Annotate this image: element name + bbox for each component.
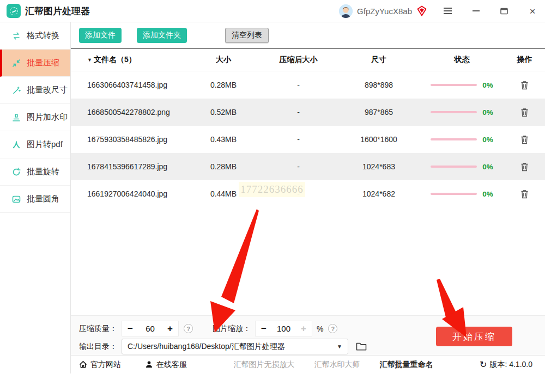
file-size: 0.52MB: [188, 108, 259, 117]
table-row[interactable]: 1663066403741458.jpg 0.28MB - 898*898 0%: [71, 71, 545, 99]
file-name: 1663066403741458.jpg: [71, 81, 188, 89]
close-icon: ×: [529, 6, 535, 16]
menu-button[interactable]: [443, 6, 452, 16]
dropdown-arrow-icon: ▼: [337, 344, 342, 350]
delete-row-button[interactable]: [519, 161, 530, 173]
app-logo-icon: [7, 4, 21, 18]
file-dimensions: 1024*683: [338, 162, 420, 171]
sidebar-item-batch-resize[interactable]: 批量改尺寸: [0, 77, 70, 104]
scale-stepper: − 100 +: [255, 321, 312, 336]
progress-percent: 0%: [482, 190, 493, 198]
quality-minus-button[interactable]: −: [128, 324, 133, 333]
toolbar: 添加文件 添加文件夹 清空列表: [71, 22, 545, 49]
file-size: 0.28MB: [188, 81, 259, 89]
header-compressed-size: 压缩后大小: [259, 55, 338, 65]
scale-minus-button[interactable]: −: [261, 324, 267, 333]
quality-plus-button[interactable]: +: [167, 324, 173, 333]
delete-row-button[interactable]: [519, 107, 530, 118]
table-row[interactable]: 1678415396617289.jpg 0.28MB - 1024*683 0…: [71, 153, 545, 180]
maximize-button[interactable]: [499, 6, 509, 16]
official-website-link[interactable]: 官方网站: [79, 360, 121, 370]
sidebar-item-label: 批量改尺寸: [27, 85, 68, 95]
home-icon: [79, 360, 87, 369]
batch-compress-icon: [11, 58, 21, 68]
footer-link-lossless-enlarge[interactable]: 汇帮图片无损放大: [234, 360, 295, 370]
quality-value[interactable]: 60: [146, 324, 155, 333]
table-row[interactable]: 1661927006424040.jpg 0.44MB - 1024*682 0…: [71, 180, 545, 207]
quality-label: 压缩质量：: [79, 324, 117, 334]
progress-percent: 0%: [482, 163, 493, 171]
footer-bar: 官方网站 在线客服 汇帮图片无损放大 汇帮水印大师 汇帮批量重命名 ↻ 版本: …: [71, 355, 545, 373]
file-size: 0.28MB: [188, 162, 259, 171]
table-row[interactable]: 1668500542278802.png 0.52MB - 987*865 0%: [71, 99, 545, 126]
sidebar-item-format-convert[interactable]: 格式转换: [0, 22, 70, 50]
refresh-icon: ↻: [480, 359, 487, 370]
clear-list-button[interactable]: 清空列表: [225, 28, 269, 43]
batch-resize-icon: [11, 85, 21, 95]
progress-bar: [431, 166, 477, 168]
maximize-icon: [500, 8, 508, 15]
progress-bar: [431, 193, 477, 195]
output-dir-value: C:/Users/huibang168/Desktop/汇帮图片处理器: [128, 342, 285, 352]
folder-icon: [356, 342, 367, 351]
footer-link-watermark-master[interactable]: 汇帮水印大师: [314, 360, 360, 370]
vip-badge-icon[interactable]: [416, 5, 427, 16]
file-table: 1663066403741458.jpg 0.28MB - 898*898 0%…: [71, 71, 545, 207]
header-size: 大小: [188, 55, 259, 65]
user-avatar[interactable]: [339, 4, 353, 18]
minimize-icon: [473, 10, 480, 11]
delete-row-button[interactable]: [519, 79, 530, 91]
scale-plus-button[interactable]: +: [301, 324, 306, 333]
version-info[interactable]: ↻ 版本: 4.1.0.0: [480, 359, 532, 370]
online-support-link[interactable]: 在线客服: [145, 360, 187, 370]
hamburger-icon: [444, 8, 452, 14]
progress-percent: 0%: [482, 81, 493, 89]
delete-row-button[interactable]: [519, 134, 530, 145]
sidebar-item-label: 批量旋转: [27, 167, 59, 177]
close-button[interactable]: ×: [528, 6, 537, 16]
file-dimensions: 987*865: [338, 108, 420, 117]
scale-help-icon[interactable]: ?: [328, 324, 337, 333]
title-bar: 汇帮图片处理器 GfpZyYucX8ab ×: [0, 0, 545, 22]
file-dimensions: 1024*682: [338, 189, 420, 198]
sidebar-item-add-watermark[interactable]: 图片加水印: [0, 104, 70, 131]
trash-icon: [520, 189, 529, 199]
quality-help-icon[interactable]: ?: [184, 324, 193, 333]
scale-value[interactable]: 100: [277, 324, 290, 333]
minimize-button[interactable]: [471, 6, 481, 16]
sidebar: 格式转换 批量压缩 批量改尺寸: [0, 22, 71, 373]
progress-bar: [431, 138, 477, 140]
sidebar-item-label: 图片转pdf: [27, 139, 63, 150]
open-folder-button[interactable]: [356, 342, 367, 351]
file-dimensions: 898*898: [338, 81, 420, 89]
percent-sign: %: [317, 324, 323, 333]
header-filename[interactable]: ▼ 文件名（5）: [71, 55, 188, 65]
progress-percent: 0%: [482, 136, 493, 144]
table-row[interactable]: 1675930358485826.jpg 0.43MB - 1600*1600 …: [71, 126, 545, 153]
sidebar-item-batch-rotate[interactable]: 批量旋转: [0, 158, 70, 186]
sidebar-item-batch-round-corner[interactable]: 批量圆角: [0, 186, 70, 213]
app-title: 汇帮图片处理器: [25, 5, 90, 17]
add-file-button[interactable]: 添加文件: [79, 28, 122, 43]
start-compress-button[interactable]: 开始压缩: [436, 327, 512, 346]
file-name: 1678415396617289.jpg: [71, 162, 188, 171]
file-name: 1661927006424040.jpg: [71, 189, 188, 198]
sort-arrow-icon[interactable]: ▼: [87, 57, 92, 63]
output-dir-label: 输出目录：: [79, 342, 117, 352]
version-label: 版本: 4.1.0.0: [489, 360, 532, 370]
delete-row-button[interactable]: [519, 188, 530, 200]
sidebar-item-image-to-pdf[interactable]: 图片转pdf: [0, 131, 70, 158]
trash-icon: [520, 108, 529, 117]
add-folder-button[interactable]: 添加文件夹: [137, 28, 187, 43]
sidebar-item-batch-compress[interactable]: 批量压缩: [0, 50, 70, 77]
watermark-overlay: 17722636666: [239, 182, 305, 197]
footer-link-batch-rename[interactable]: 汇帮批量重命名: [380, 360, 433, 370]
compressed-size: -: [259, 162, 338, 171]
trash-icon: [520, 135, 529, 144]
file-dimensions: 1600*1600: [338, 135, 420, 144]
output-dir-select[interactable]: C:/Users/huibang168/Desktop/汇帮图片处理器 ▼: [122, 339, 348, 354]
table-header: ▼ 文件名（5） 大小 压缩后大小 尺寸 状态 操作: [71, 49, 545, 71]
sidebar-item-label: 批量压缩: [27, 58, 59, 68]
sidebar-item-label: 格式转换: [27, 30, 59, 41]
header-status: 状态: [420, 55, 504, 65]
